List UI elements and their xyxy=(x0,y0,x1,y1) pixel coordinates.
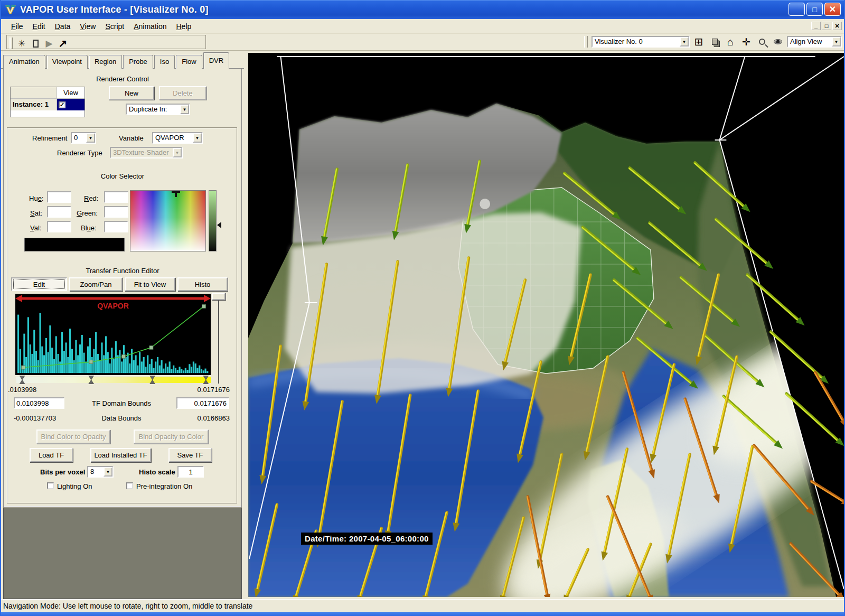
renderer-type-label: Renderer Type xyxy=(57,149,102,157)
bind-opacity-to-color-button: Bind Opacity to Color xyxy=(134,430,209,444)
load-tf-button[interactable]: Load TF xyxy=(30,448,73,462)
delete-button: Delete xyxy=(159,86,206,100)
title-bar: VAPOR User Interface - [Visualizer No. 0… xyxy=(1,0,844,19)
tf-vertical-slider-handle[interactable] xyxy=(212,293,226,300)
variable-label: Variable xyxy=(119,134,144,142)
tf-vertical-slider-track[interactable] xyxy=(218,300,219,384)
tab-dvr[interactable]: DVR xyxy=(203,52,229,69)
bits-per-voxel-label: Bits per voxel xyxy=(40,468,85,476)
status-bar: Navigation Mode: Use left mouse to rotat… xyxy=(1,599,844,612)
data-min-value: -0.000137703 xyxy=(14,414,56,422)
load-installed-tf-button[interactable]: Load Installed TF xyxy=(90,448,151,462)
close-button[interactable]: ✕ xyxy=(824,3,841,16)
visualizer-select[interactable]: Visualizer No. 0▼ xyxy=(592,36,690,48)
navigate-arrow-icon[interactable]: ↗ xyxy=(56,37,70,50)
visualizer-viewport[interactable]: Date/Time: 2007-04-05_06:00:00 xyxy=(244,51,844,599)
toolbar-grip-right[interactable] xyxy=(584,36,588,48)
minimize-button[interactable]: _ xyxy=(788,3,805,16)
tab-viewpoint[interactable]: Viewpoint xyxy=(46,55,88,69)
panel-empty-area xyxy=(3,507,242,599)
renderer-type-select: 3DTexture-Shader▼ xyxy=(110,147,183,158)
vapor-wheel-icon[interactable]: ✳ xyxy=(15,37,29,50)
scene-render xyxy=(248,53,844,597)
dvr-panel: Renderer Control View Instance: 1 ✓ New … xyxy=(3,69,242,507)
data-max-value: 0.0166863 xyxy=(198,414,230,422)
value-slider-marker[interactable] xyxy=(217,222,221,228)
edit-mode-button[interactable]: Edit xyxy=(11,277,67,291)
save-tf-button[interactable]: Save TF xyxy=(168,448,212,462)
tf-min-field[interactable] xyxy=(14,397,64,409)
tf-domain-bounds-label: TF Domain Bounds xyxy=(71,399,172,407)
toolbar-grip[interactable] xyxy=(10,38,13,49)
lighting-checkbox[interactable] xyxy=(47,482,54,489)
red-label: Red: xyxy=(84,194,98,202)
val-label: Val: xyxy=(30,224,41,232)
menu-bar: File Edit Data View Script Animation Hel… xyxy=(1,19,844,34)
histo-scale-field[interactable] xyxy=(177,466,204,478)
hue-sat-picker[interactable] xyxy=(130,190,206,251)
variable-select[interactable]: QVAPOR▼ xyxy=(152,132,203,144)
menu-help[interactable]: Help xyxy=(171,21,196,32)
tab-bar: Animation Viewpoint Region Probe Iso Flo… xyxy=(1,51,244,69)
chevron-down-icon[interactable]: ▼ xyxy=(832,37,841,46)
chevron-down-icon[interactable]: ▼ xyxy=(680,37,689,46)
menu-animation[interactable]: Animation xyxy=(129,21,171,32)
region-frame-icon[interactable] xyxy=(29,37,42,50)
refinement-label: Refinement xyxy=(32,134,67,142)
val-field[interactable] xyxy=(47,221,71,232)
hue-field[interactable] xyxy=(47,191,71,203)
preintegration-checkbox[interactable] xyxy=(126,482,133,489)
home-view-icon[interactable]: ⌂ xyxy=(724,35,737,48)
mdi-restore-button[interactable]: □ xyxy=(822,22,831,30)
menu-view[interactable]: View xyxy=(75,21,100,32)
preintegration-label: Pre-integration On xyxy=(136,482,192,490)
toolbar-left-group: ✳ ▶ ↗ xyxy=(6,35,206,49)
eye-icon[interactable] xyxy=(771,35,785,48)
blue-field[interactable] xyxy=(104,221,128,232)
sat-field[interactable] xyxy=(47,206,71,218)
magnifier-icon[interactable] xyxy=(755,35,769,48)
tfe-title: Transfer Function Editor xyxy=(4,267,241,275)
mdi-close-button[interactable]: ✕ xyxy=(832,22,842,30)
fit-to-view-button[interactable]: Fit to View xyxy=(125,277,175,291)
tab-probe[interactable]: Probe xyxy=(123,55,153,69)
color-selector-title: Color Selector xyxy=(4,172,241,180)
tf-right-value: 0.0171676 xyxy=(198,386,230,394)
tf-max-field[interactable] xyxy=(176,397,229,409)
cascade-windows-icon[interactable] xyxy=(708,35,721,48)
menu-file[interactable]: File xyxy=(6,21,28,32)
refinement-select[interactable]: 0▼ xyxy=(71,132,96,144)
histo-button[interactable]: Histo xyxy=(177,277,228,291)
tab-region[interactable]: Region xyxy=(89,55,122,69)
maximize-button[interactable]: □ xyxy=(806,3,823,16)
tile-windows-icon[interactable]: ⊞ xyxy=(692,35,706,48)
probe-play-icon[interactable]: ▶ xyxy=(42,37,56,50)
zoom-pan-button[interactable]: Zoom/Pan xyxy=(69,277,123,291)
green-field[interactable] xyxy=(104,206,128,218)
instance-row[interactable]: Instance: 1 ✓ xyxy=(11,99,84,110)
menu-script[interactable]: Script xyxy=(100,21,129,32)
duplicate-in-select[interactable]: Duplicate In:▼ xyxy=(126,104,190,115)
bits-per-voxel-select[interactable]: 8▼ xyxy=(87,466,114,478)
tf-left-value: .0103998 xyxy=(8,386,36,394)
align-view-select[interactable]: Align View▼ xyxy=(787,36,842,48)
toolbar: ✳ ▶ ↗ Visualizer No. 0▼ ⊞ ⌂ ✛ Align View… xyxy=(1,34,844,51)
red-field[interactable] xyxy=(104,191,128,203)
probe-sphere[interactable] xyxy=(480,199,490,209)
transfer-function-editor[interactable]: QVAPOR xyxy=(15,294,211,375)
instance-table: View Instance: 1 ✓ xyxy=(10,87,85,117)
value-slider[interactable] xyxy=(209,190,217,251)
datetime-label: Date/Time: 2007-04-05_06:00:00 xyxy=(301,533,433,545)
blue-label: Blue: xyxy=(81,224,97,232)
menu-data[interactable]: Data xyxy=(50,21,76,32)
move-view-icon[interactable]: ✛ xyxy=(739,35,753,48)
tab-iso[interactable]: Iso xyxy=(154,55,175,69)
tab-animation[interactable]: Animation xyxy=(3,55,45,69)
new-button[interactable]: New xyxy=(109,86,154,100)
histo-scale-label: Histo scale xyxy=(139,468,175,476)
menu-edit[interactable]: Edit xyxy=(28,21,50,32)
instance-view-checkbox[interactable]: ✓ xyxy=(59,101,65,108)
tab-flow[interactable]: Flow xyxy=(176,55,202,69)
tf-colorbar[interactable] xyxy=(16,376,211,384)
mdi-minimize-button[interactable]: _ xyxy=(811,22,821,30)
